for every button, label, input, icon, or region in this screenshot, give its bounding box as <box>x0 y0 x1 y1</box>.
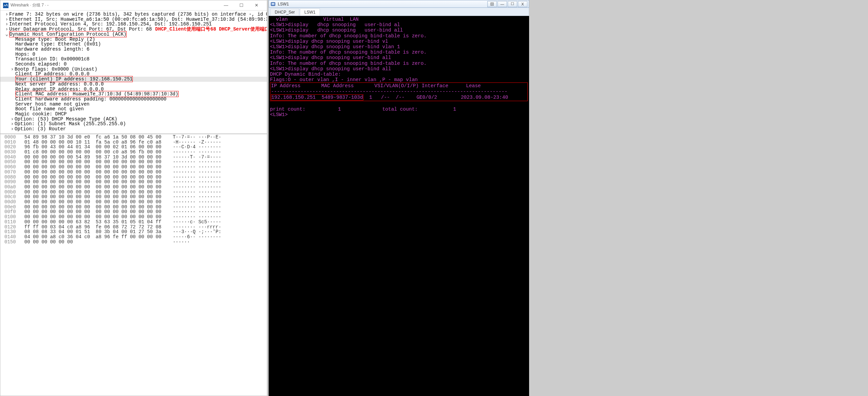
dhcp-chaddr[interactable]: Client MAC address: HuaweiTe_37:10:3d (5… <box>0 92 267 97</box>
collapse-icon[interactable]: ⌄ <box>4 32 9 37</box>
tab-dhcp-ser[interactable]: DHCP_Ser <box>270 8 299 16</box>
bind-table-divider: ----------------------------------------… <box>271 89 527 94</box>
hex-row[interactable]: 00a0 00 00 00 00 00 00 00 00 00 00 00 00… <box>4 185 264 190</box>
hex-bytes: 00 00 00 00 00 00 00 00 00 00 00 00 00 0… <box>24 194 164 200</box>
hex-row[interactable]: 0080 00 00 00 00 00 00 00 00 00 00 00 00… <box>4 175 264 180</box>
dhcp-opt1[interactable]: ›Option: (1) Subnet Mask (255.255.255.0) <box>0 121 267 127</box>
hex-row[interactable]: 0130 08 08 08 33 04 00 01 51 80 3b 04 00… <box>4 229 264 234</box>
tab-lsw1[interactable]: LSW1 <box>300 8 320 16</box>
hex-row[interactable]: 00e0 00 00 00 00 00 00 00 00 00 00 00 00… <box>4 205 264 210</box>
terminal-line: Flags:O - outer vlan ,I - inner vlan ,P … <box>270 77 528 82</box>
hex-row[interactable]: 0000 54 89 98 37 10 3d 00 e0 fc a6 1a 50… <box>4 135 264 140</box>
dhcp-opt3[interactable]: ›Option: (3) Router <box>0 127 267 132</box>
tree-ethernet[interactable]: ›Ethernet II, Src: HuaweiTe_a6:1a:50 (00… <box>0 17 267 22</box>
terminal-line: DHCP Dynamic Bind-table: <box>270 72 528 77</box>
dhcp-hw-type[interactable]: Hardware type: Ethernet (0x01) <box>0 42 267 47</box>
tree-ip[interactable]: ›Internet Protocol Version 4, Src: 192.1… <box>0 22 267 27</box>
lsw1-controls: — ☐ X <box>487 1 527 7</box>
hex-ascii: ···C·D·4 ········ <box>173 144 221 150</box>
udp-port-annotation: DHCP_Client使用端口号68 DHCP_Server使用端口号67 <box>155 26 267 32</box>
hex-bytes: 54 89 98 37 10 3d 00 e0 fc a6 1a 50 08 0… <box>24 134 164 140</box>
expand-icon[interactable]: › <box>10 127 15 132</box>
dhcp-xid[interactable]: Transaction ID: 0x000001c8 <box>0 57 267 62</box>
hex-offset: 00c0 <box>4 194 16 200</box>
hex-offset: 0100 <box>4 214 16 220</box>
expand-icon[interactable]: › <box>4 12 9 17</box>
hex-row[interactable]: 00c0 00 00 00 00 00 00 00 00 00 00 00 00… <box>4 194 264 200</box>
expand-icon[interactable]: › <box>4 22 9 27</box>
svg-rect-0 <box>3 3 8 8</box>
dhcp-flags[interactable]: ›Bootp flags: 0x0000 (Unicast) <box>0 67 267 72</box>
hex-offset: 0000 <box>4 134 16 140</box>
lsw1-extra-button[interactable] <box>487 1 497 7</box>
terminal-line: <LSW1>display dhcp snooping user-bind al… <box>270 55 528 60</box>
hex-offset: 00e0 <box>4 204 16 210</box>
hex-bytes: 00 00 00 00 00 00 00 00 00 00 00 00 00 0… <box>24 199 164 205</box>
hex-row[interactable]: 0070 00 00 00 00 00 00 00 00 00 00 00 00… <box>4 170 264 175</box>
minimize-button[interactable]: — <box>218 1 234 10</box>
hex-ascii: ········ ········ <box>173 184 221 190</box>
packet-bytes-pane[interactable]: 0000 54 89 98 37 10 3d 00 e0 fc a6 1a 50… <box>0 134 267 396</box>
hex-bytes: 01 c8 00 00 00 00 00 00 00 00 c0 a8 96 f… <box>24 149 164 155</box>
dhcp-secs[interactable]: Seconds elapsed: 0 <box>0 62 267 67</box>
hex-bytes: 00 00 00 00 00 00 00 00 00 00 00 00 00 0… <box>24 164 164 170</box>
lsw1-maximize-button[interactable]: ☐ <box>508 1 517 7</box>
expand-icon[interactable]: › <box>10 67 15 72</box>
dhcp-opt53[interactable]: ›Option: (53) DHCP Message Type (ACK) <box>0 117 267 122</box>
terminal-line: Info: The number of dhcp snooping bind-t… <box>270 50 528 55</box>
dhcp-message-type[interactable]: Message type: Boot Reply (2) <box>0 37 267 42</box>
wireshark-window-controls: — ☐ ✕ <box>218 1 264 10</box>
hex-offset: 0110 <box>4 219 16 225</box>
hex-row[interactable]: 0150 00 00 00 00 00 00 ······ <box>4 240 264 245</box>
dhcp-hops[interactable]: Hops: 0 <box>0 52 267 57</box>
packet-details-tree[interactable]: ›Frame 7: 342 bytes on wire (2736 bits),… <box>0 11 267 134</box>
hex-ascii: ·H······ ·Z······ <box>173 139 221 145</box>
dhcp-siaddr[interactable]: Next server IP address: 0.0.0.0 <box>0 82 267 87</box>
lsw1-close-button[interactable]: X <box>518 1 527 7</box>
terminal-line: vlan Virtual LAN <box>270 17 528 22</box>
terminal-line: <LSW1>display dhcp snooping user-bind vl… <box>270 44 528 50</box>
hex-row[interactable]: 0140 04 00 00 a8 c0 36 04 c0 a8 96 fe ff… <box>4 234 264 240</box>
hex-row[interactable]: 0040 00 00 00 00 00 00 54 89 98 37 10 3d… <box>4 155 264 160</box>
prompt-line: <LSW1> <box>270 112 528 117</box>
hex-ascii: ········ ········ <box>173 209 221 214</box>
lsw1-terminal[interactable]: vlan Virtual LAN<LSW1>display dhcp snoop… <box>269 16 529 396</box>
expand-icon[interactable]: › <box>10 117 15 122</box>
expand-icon[interactable]: › <box>4 27 9 32</box>
lsw1-title: LSW1 <box>278 2 487 6</box>
hex-row[interactable]: 0010 01 48 00 00 00 00 10 11 fa 5a c0 a8… <box>4 140 264 145</box>
dhcp-file[interactable]: Boot file name not given <box>0 107 267 112</box>
tree-dhcp[interactable]: ⌄Dynamic Host Configuration Protocol (AC… <box>0 32 267 37</box>
hex-bytes: 00 00 00 00 00 00 54 89 98 37 10 3d 00 0… <box>24 154 164 160</box>
bind-table-header: IP Address MAC Address VSI/VLAN(O/I/P) I… <box>271 83 527 89</box>
terminal-line: <LSW1>display dhcp snooping user-bind al… <box>270 66 528 72</box>
hex-row[interactable]: 00d0 00 00 00 00 00 00 00 00 00 00 00 00… <box>4 200 264 205</box>
dhcp-hw-len[interactable]: Hardware address length: 6 <box>0 47 267 52</box>
hex-bytes: 00 00 00 00 00 00 00 00 00 00 00 00 00 0… <box>24 214 164 220</box>
tree-frame[interactable]: ›Frame 7: 342 bytes on wire (2736 bits),… <box>0 12 267 17</box>
expand-icon[interactable]: › <box>4 17 9 22</box>
ensp-icon <box>270 1 276 7</box>
hex-row[interactable]: 0110 00 00 00 00 00 00 63 82 53 63 35 01… <box>4 220 264 225</box>
hex-row[interactable]: 0120 ff ff 00 03 04 c0 a8 96 fe 06 08 72… <box>4 225 264 230</box>
maximize-button[interactable]: ☐ <box>234 1 249 10</box>
hex-row[interactable]: 0060 00 00 00 00 00 00 00 00 00 00 00 00… <box>4 165 264 170</box>
dhcp-sname[interactable]: Server host name not given <box>0 102 267 107</box>
dhcp-yiaddr[interactable]: Your (client) IP address: 192.168.150.25… <box>0 77 267 82</box>
close-button[interactable]: ✕ <box>249 1 264 10</box>
hex-row[interactable]: 0050 00 00 00 00 00 00 00 00 00 00 00 00… <box>4 159 264 165</box>
dhcp-cookie[interactable]: Magic cookie: DHCP <box>0 112 267 117</box>
hex-row[interactable]: 0100 00 00 00 00 00 00 00 00 00 00 00 00… <box>4 214 264 220</box>
hex-row[interactable]: 00b0 00 00 00 00 00 00 00 00 00 00 00 00… <box>4 190 264 195</box>
hex-ascii: ········ ········ <box>173 194 221 200</box>
hex-ascii: ········ ········ <box>173 204 221 210</box>
expand-icon[interactable]: › <box>10 121 15 127</box>
hex-row[interactable]: 0030 01 c8 00 00 00 00 00 00 00 00 c0 a8… <box>4 150 264 155</box>
bind-table-frame: IP Address MAC Address VSI/VLAN(O/I/P) I… <box>270 82 528 101</box>
lsw1-minimize-button[interactable]: — <box>498 1 507 7</box>
dhcp-chpad[interactable]: Client hardware address padding: 0000000… <box>0 97 267 102</box>
hex-ascii: ········ ········ <box>173 149 221 155</box>
hex-row[interactable]: 0020 96 fb 00 43 00 44 01 34 00 00 02 01… <box>4 145 264 150</box>
hex-row[interactable]: 00f0 00 00 00 00 00 00 00 00 00 00 00 00… <box>4 209 264 214</box>
hex-row[interactable]: 0090 00 00 00 00 00 00 00 00 00 00 00 00… <box>4 180 264 185</box>
